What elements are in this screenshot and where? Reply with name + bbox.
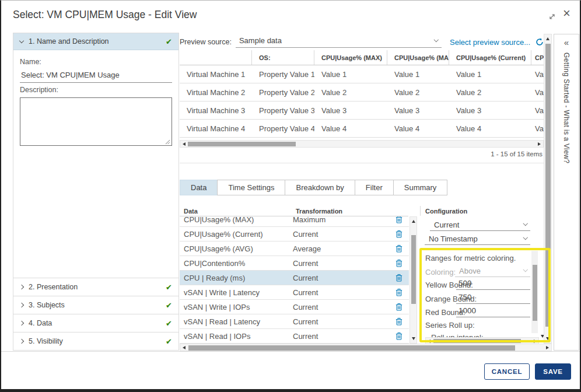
scrollbar-thumb[interactable] bbox=[433, 339, 521, 344]
preview-cell: Value 2 bbox=[314, 83, 387, 101]
tab-time-settings[interactable]: Time Settings bbox=[217, 180, 285, 195]
delete-metric-icon[interactable] bbox=[389, 303, 409, 311]
expand-icon[interactable] bbox=[548, 12, 556, 23]
main-vscrollbar[interactable] bbox=[544, 34, 552, 344]
delete-metric-icon[interactable] bbox=[389, 274, 409, 282]
chevron-right-icon bbox=[19, 321, 24, 326]
collapse-panel-icon[interactable]: « bbox=[564, 37, 569, 47]
preview-column-header: CPU|Usage% (MAX) bbox=[314, 50, 387, 65]
preview-cell: Value 1 bbox=[314, 65, 387, 83]
data-grid: CPU|Usage% (MAX)MaximumCPU|Usage% (Curre… bbox=[180, 216, 409, 344]
scrollbar-thumb[interactable] bbox=[188, 142, 296, 147]
sidebar-section--subjects[interactable]: 3. Subjects✔ bbox=[13, 296, 178, 314]
preview-cell: Value 2 bbox=[387, 83, 449, 101]
data-grid-row[interactable]: vSAN | Write | LatencyCurrent bbox=[180, 285, 409, 300]
delete-metric-icon[interactable] bbox=[389, 332, 409, 340]
tab-breakdown-by[interactable]: Breakdown by bbox=[285, 180, 355, 195]
scrollbar-thumb[interactable] bbox=[545, 44, 551, 327]
section-label: 1. Name and Description bbox=[29, 37, 109, 46]
series-rollup-label: Series Roll up: bbox=[425, 321, 475, 330]
delete-metric-icon[interactable] bbox=[389, 244, 409, 253]
close-icon[interactable]: × bbox=[563, 7, 570, 20]
config-vscrollbar[interactable] bbox=[531, 251, 538, 333]
chevron-right-icon bbox=[19, 339, 24, 344]
red-bound-input[interactable] bbox=[456, 306, 530, 317]
check-icon: ✔ bbox=[166, 283, 172, 292]
preview-table-row: Virtual Machine 1Property Value 1Value 1… bbox=[180, 65, 544, 83]
tab-data[interactable]: Data bbox=[180, 180, 218, 195]
data-grid-row[interactable]: CPU|Usage% (Current)Current bbox=[180, 227, 409, 242]
sidebar-section--visibility[interactable]: 5. Visibility✔ bbox=[13, 332, 178, 350]
delete-metric-icon[interactable] bbox=[389, 317, 409, 326]
transformation-cell: Average bbox=[293, 244, 389, 253]
transformation-cell: Current bbox=[293, 303, 389, 312]
name-description-panel: Name: Description: bbox=[13, 50, 178, 148]
section-label: 3. Subjects bbox=[29, 301, 65, 309]
data-grid-row[interactable]: CPU|Usage% (AVG)Average bbox=[180, 242, 409, 256]
timestamp-select[interactable]: No Timestamp bbox=[425, 233, 530, 245]
data-grid-row[interactable]: vSAN | Read | IOPsCurrent bbox=[180, 329, 409, 344]
preview-cell: Virtual Machine 1 bbox=[180, 65, 252, 83]
transformation-cell: Current bbox=[293, 332, 389, 341]
delete-metric-icon[interactable] bbox=[389, 259, 409, 267]
dialog-title: Select: VM CPU|MEM Usage - Edit View bbox=[13, 9, 197, 21]
scrollbar-thumb[interactable] bbox=[411, 235, 416, 304]
coloring-select-value: Above bbox=[459, 267, 481, 275]
metric-name-cell: CPU|Usage% (AVG) bbox=[180, 244, 293, 253]
delete-metric-icon[interactable] bbox=[389, 288, 409, 296]
preview-table-row: Virtual Machine 2Property Value 2Value 2… bbox=[180, 83, 544, 102]
data-grid-row[interactable]: CPU|Contention%Current bbox=[180, 256, 409, 271]
data-grid-row[interactable]: vSAN | Write | IOPsCurrent bbox=[180, 300, 409, 314]
timestamp-select-value: No Timestamp bbox=[429, 235, 478, 243]
preview-cell: Value 3 bbox=[449, 102, 531, 119]
description-textarea[interactable] bbox=[20, 97, 172, 146]
yellow-bound-input[interactable] bbox=[456, 279, 530, 290]
data-grid-row[interactable]: CPU|Usage% (MAX)Maximum bbox=[180, 216, 409, 227]
delete-metric-icon[interactable] bbox=[389, 230, 409, 238]
data-grid-row[interactable]: vSAN | Read | LatencyCurrent bbox=[180, 314, 409, 329]
getting-started-rail[interactable]: « Getting Started - What is a View? bbox=[554, 34, 579, 351]
sidebar-section-name-and-description[interactable]: 1. Name and Description ✔ bbox=[13, 33, 178, 50]
preview-cell: Property Value 3 bbox=[252, 102, 314, 119]
cancel-button[interactable]: CANCEL bbox=[484, 363, 530, 380]
transformation-cell: Current bbox=[293, 317, 389, 326]
sidebar-section--presentation[interactable]: 2. Presentation✔ bbox=[13, 278, 178, 296]
main-hscrollbar[interactable] bbox=[180, 344, 552, 351]
preview-cell: Value 2 bbox=[449, 83, 531, 101]
save-button[interactable]: SAVE bbox=[535, 363, 571, 380]
sidebar-section--data[interactable]: 4. Data✔ bbox=[13, 314, 178, 332]
config-separator bbox=[420, 206, 421, 216]
description-label: Description: bbox=[20, 86, 172, 94]
transformation-cell: Current bbox=[293, 259, 389, 268]
coloring-select: Above bbox=[455, 265, 530, 277]
preview-column-header bbox=[180, 50, 252, 65]
preview-cell: Value 1 bbox=[387, 65, 449, 83]
preview-cell: Property Value 1 bbox=[252, 65, 314, 83]
preview-cell: Value 3 bbox=[387, 102, 449, 119]
check-icon: ✔ bbox=[166, 301, 172, 310]
preview-cell: Value 4 bbox=[449, 120, 531, 137]
metric-name-cell: vSAN | Read | IOPs bbox=[180, 332, 293, 341]
transformation-cell: Current bbox=[293, 230, 389, 239]
orange-bound-input[interactable] bbox=[456, 293, 530, 304]
resize-grip-icon[interactable] bbox=[165, 139, 170, 145]
scrollbar-thumb[interactable] bbox=[533, 265, 537, 321]
tab-filter[interactable]: Filter bbox=[355, 180, 394, 195]
preview-cell: Value 1 bbox=[531, 65, 544, 83]
footer-divider bbox=[1, 351, 580, 352]
refresh-icon[interactable] bbox=[536, 38, 544, 46]
transformation-select[interactable]: Current bbox=[430, 219, 530, 231]
scrollbar-thumb[interactable] bbox=[188, 345, 515, 351]
name-input[interactable] bbox=[20, 70, 172, 83]
preview-cell: Property Value 4 bbox=[252, 120, 314, 137]
chevron-down-icon bbox=[523, 267, 527, 272]
preview-source-select[interactable]: Sample data bbox=[236, 36, 442, 48]
data-grid-row[interactable]: CPU | Ready (ms)Current bbox=[180, 271, 409, 285]
section-label: 5. Visibility bbox=[29, 337, 63, 345]
data-grid-vscrollbar[interactable] bbox=[410, 216, 417, 344]
tab-summary[interactable]: Summary bbox=[393, 180, 448, 195]
select-preview-source-link[interactable]: Select preview source... bbox=[450, 38, 530, 47]
delete-metric-icon[interactable] bbox=[389, 216, 409, 223]
coloring-label: Coloring: bbox=[425, 268, 456, 276]
preview-hscrollbar[interactable] bbox=[180, 140, 544, 148]
